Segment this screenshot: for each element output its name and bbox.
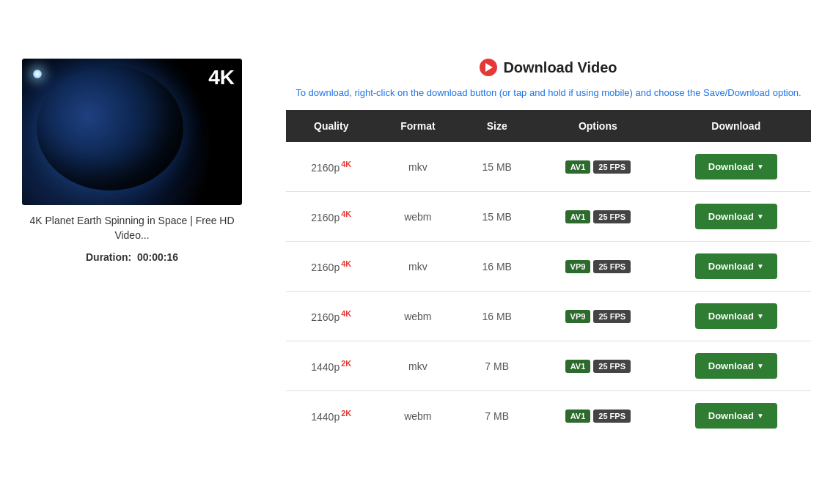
quality-text: 1440p	[311, 361, 340, 373]
cell-quality: 1440p2K	[286, 391, 376, 441]
quality-text: 2160p	[311, 311, 340, 323]
codec-badge: AV1	[565, 160, 591, 174]
quality-badge: 2K	[341, 359, 351, 368]
cell-size: 7 MB	[459, 341, 535, 391]
fps-badge: 25 FPS	[593, 210, 631, 223]
fps-badge: 25 FPS	[593, 260, 631, 273]
cell-download[interactable]: Download ▼	[661, 292, 811, 341]
cell-format: webm	[376, 292, 459, 341]
cell-format: mkv	[376, 242, 459, 292]
download-label: Download	[708, 311, 754, 322]
codec-badge: AV1	[565, 360, 591, 373]
page-wrapper: 4K 4K Planet Earth Spinning in Space | F…	[0, 0, 833, 462]
thumbnail-4k-badge: 4K	[208, 66, 235, 89]
col-format: Format	[376, 110, 459, 142]
quality-text: 2160p	[311, 262, 340, 273]
cell-size: 16 MB	[459, 242, 535, 292]
cell-quality: 1440p2K	[286, 341, 376, 391]
cell-quality: 2160p4K	[286, 242, 376, 292]
download-arrow: ▼	[757, 212, 764, 220]
table-row: 1440p2Kwebm7 MBAV125 FPSDownload ▼	[286, 391, 811, 441]
cell-download[interactable]: Download ▼	[661, 142, 811, 192]
quality-badge: 4K	[341, 160, 351, 168]
fps-badge: 25 FPS	[593, 160, 631, 174]
instruction-text: To download, right-click on the download…	[286, 86, 811, 100]
quality-text: 2160p	[311, 162, 340, 174]
codec-badge: VP9	[565, 310, 591, 323]
download-button[interactable]: Download ▼	[695, 154, 777, 179]
col-options: Options	[535, 110, 661, 142]
download-arrow: ▼	[757, 312, 764, 320]
download-label: Download	[708, 161, 754, 172]
download-label: Download	[708, 211, 754, 222]
left-panel: 4K 4K Planet Earth Spinning in Space | F…	[22, 59, 242, 440]
download-label: Download	[708, 360, 754, 371]
download-arrow: ▼	[757, 262, 764, 270]
download-arrow: ▼	[757, 412, 764, 420]
quality-badge: 2K	[341, 409, 351, 418]
table-row: 2160p4Kwebm15 MBAV125 FPSDownload ▼	[286, 192, 811, 242]
table-header-row: Quality Format Size Options Download	[286, 110, 811, 142]
video-thumbnail: 4K	[22, 59, 242, 205]
right-panel: Download Video To download, right-click …	[286, 59, 811, 440]
cell-format: mkv	[376, 341, 459, 391]
cell-format: mkv	[376, 142, 459, 192]
table-row: 1440p2Kmkv7 MBAV125 FPSDownload ▼	[286, 341, 811, 391]
cell-quality: 2160p4K	[286, 192, 376, 242]
download-button[interactable]: Download ▼	[695, 403, 777, 429]
col-size: Size	[459, 110, 535, 142]
play-icon	[480, 59, 497, 76]
table-row: 2160p4Kmkv15 MBAV125 FPSDownload ▼	[286, 142, 811, 192]
fps-badge: 25 FPS	[593, 410, 631, 423]
cell-format: webm	[376, 391, 459, 441]
codec-badge: VP9	[565, 260, 591, 273]
col-quality: Quality	[286, 110, 376, 142]
codec-badge: AV1	[565, 210, 591, 223]
cell-download[interactable]: Download ▼	[661, 391, 811, 441]
download-arrow: ▼	[757, 163, 764, 171]
codec-badge: AV1	[565, 410, 591, 423]
cell-quality: 2160p4K	[286, 142, 376, 192]
cell-size: 15 MB	[459, 142, 535, 192]
cell-options: AV125 FPS	[535, 341, 661, 391]
cell-options: VP925 FPS	[535, 242, 661, 292]
download-label: Download	[708, 410, 754, 421]
quality-badge: 4K	[341, 259, 351, 268]
download-button[interactable]: Download ▼	[695, 253, 777, 279]
download-label: Download	[708, 261, 754, 272]
cell-format: webm	[376, 192, 459, 242]
cell-download[interactable]: Download ▼	[661, 242, 811, 292]
cell-download[interactable]: Download ▼	[661, 341, 811, 391]
col-download: Download	[661, 110, 811, 142]
cell-download[interactable]: Download ▼	[661, 192, 811, 242]
quality-text: 2160p	[311, 212, 340, 223]
cell-size: 16 MB	[459, 292, 535, 341]
cell-options: AV125 FPS	[535, 391, 661, 441]
download-button[interactable]: Download ▼	[695, 353, 777, 379]
cell-size: 7 MB	[459, 391, 535, 441]
table-row: 2160p4Kwebm16 MBVP925 FPSDownload ▼	[286, 292, 811, 341]
cell-size: 15 MB	[459, 192, 535, 242]
cell-options: AV125 FPS	[535, 142, 661, 192]
fps-badge: 25 FPS	[593, 310, 631, 323]
duration-label: Duration:	[86, 251, 131, 263]
cell-options: AV125 FPS	[535, 192, 661, 242]
video-title: 4K Planet Earth Spinning in Space | Free…	[22, 214, 242, 242]
download-button[interactable]: Download ▼	[695, 204, 777, 229]
quality-text: 1440p	[311, 411, 340, 423]
quality-badge: 4K	[341, 210, 351, 218]
duration-value: 00:00:16	[137, 251, 178, 263]
download-table: Quality Format Size Options Download 216…	[286, 110, 811, 440]
download-button[interactable]: Download ▼	[695, 303, 777, 329]
cell-options: VP925 FPS	[535, 292, 661, 341]
section-title-row: Download Video	[286, 59, 811, 76]
section-title-text: Download Video	[503, 59, 617, 76]
video-duration: Duration: 00:00:16	[86, 251, 178, 263]
download-arrow: ▼	[757, 362, 764, 370]
quality-badge: 4K	[341, 309, 351, 318]
cell-quality: 2160p4K	[286, 292, 376, 341]
fps-badge: 25 FPS	[593, 360, 631, 373]
table-row: 2160p4Kmkv16 MBVP925 FPSDownload ▼	[286, 242, 811, 292]
